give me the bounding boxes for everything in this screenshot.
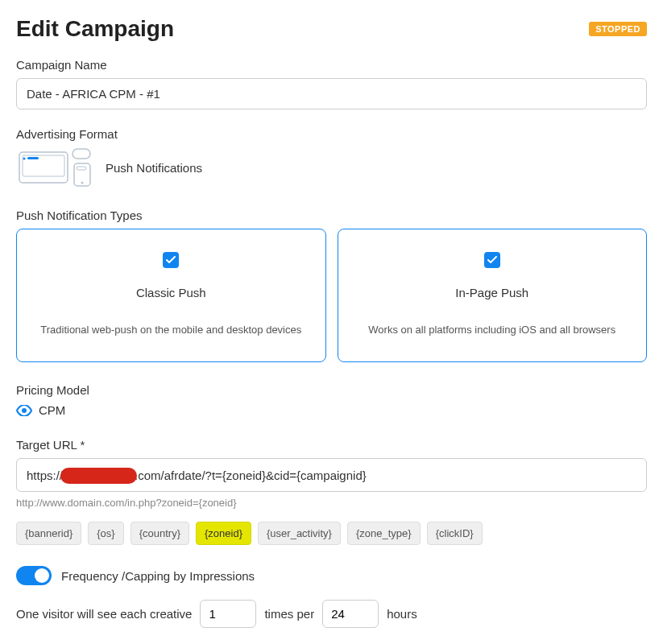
macro-user-activity[interactable]: {user_activity}: [258, 522, 341, 545]
target-url-label: Target URL *: [16, 438, 647, 452]
frequency-toggle-label: Frequency /Capping by Impressions: [61, 569, 255, 583]
svg-rect-3: [27, 157, 39, 159]
macro-zoneid[interactable]: {zoneid}: [196, 522, 251, 545]
checkbox-checked-icon: [484, 252, 500, 268]
push-type-title: Classic Push: [31, 286, 311, 299]
macro-chips: {bannerid} {os} {country} {zoneid} {user…: [16, 522, 647, 545]
freq-text-before: One visitor will see each creative: [16, 607, 192, 621]
frequency-times-input[interactable]: [200, 600, 256, 628]
freq-text-mid: times per: [264, 607, 314, 621]
freq-text-after: hours: [387, 607, 417, 621]
macro-country[interactable]: {country}: [131, 522, 189, 545]
svg-point-7: [81, 182, 84, 184]
target-url-hint: http://www.domain.com/in.php?zoneid={zon…: [16, 497, 647, 509]
status-badge: STOPPED: [589, 22, 647, 36]
campaign-name-input[interactable]: [16, 78, 647, 109]
svg-point-8: [22, 408, 27, 413]
push-types-label: Push Notification Types: [16, 208, 647, 222]
url-rest: .com/afrdate/?t={zoneid}&cid={campaignid…: [135, 469, 367, 482]
eye-icon: [16, 405, 32, 416]
url-prefix: https://: [27, 469, 63, 482]
macro-zone-type[interactable]: {zone_type}: [347, 522, 421, 545]
page-title: Edit Campaign: [16, 16, 174, 42]
checkbox-checked-icon: [163, 252, 179, 268]
macro-clickid[interactable]: {clickID}: [427, 522, 483, 545]
svg-point-2: [23, 158, 26, 160]
toggle-knob: [35, 568, 49, 583]
frequency-toggle[interactable]: [16, 566, 52, 585]
redacted-domain: [60, 468, 137, 484]
svg-rect-4: [73, 149, 90, 159]
push-type-classic[interactable]: Classic Push Traditional web-push on the…: [16, 229, 326, 362]
svg-rect-0: [19, 152, 68, 183]
ad-format-value: Push Notifications: [106, 161, 202, 175]
macro-bannerid[interactable]: {bannerid}: [16, 522, 81, 545]
macro-os[interactable]: {os}: [88, 522, 123, 545]
pricing-value: CPM: [39, 403, 65, 417]
push-type-desc: Works on all platforms including iOS and…: [353, 324, 632, 336]
target-url-input[interactable]: https://.com/afrdate/?t={zoneid}&cid={ca…: [16, 458, 647, 492]
campaign-name-label: Campaign Name: [16, 58, 647, 72]
devices-icon: [16, 147, 93, 188]
push-type-desc: Traditional web-push on the mobile and d…: [31, 324, 311, 336]
frequency-hours-input[interactable]: [322, 600, 379, 628]
pricing-label: Pricing Model: [16, 383, 647, 397]
ad-format-label: Advertising Format: [16, 127, 647, 141]
push-type-inpage[interactable]: In-Page Push Works on all platforms incl…: [338, 229, 648, 362]
push-type-title: In-Page Push: [353, 286, 632, 299]
